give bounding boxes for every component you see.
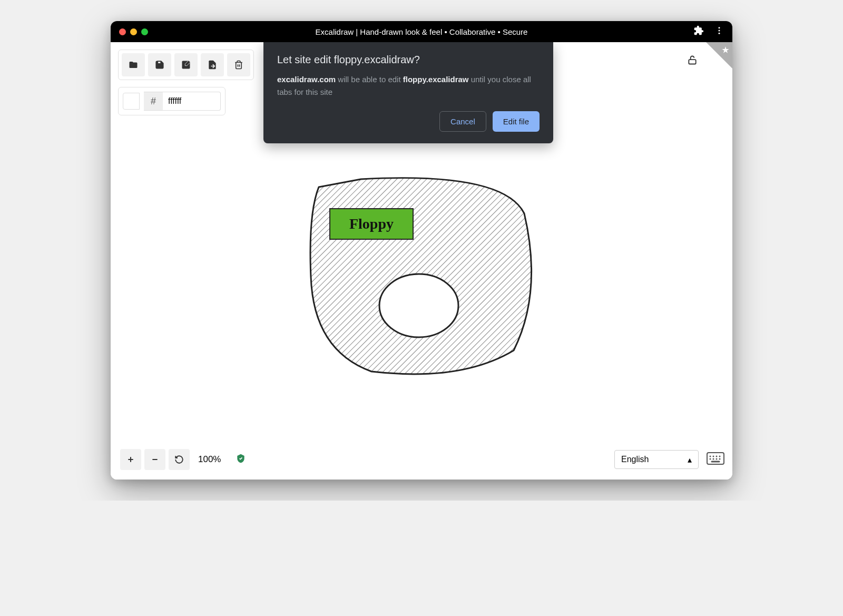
window-title: Excalidraw | Hand-drawn look & feel • Co… <box>316 27 528 36</box>
dialog-domain: excalidraw.com <box>277 75 336 84</box>
color-swatch[interactable] <box>123 93 140 110</box>
edit-file-button[interactable]: Edit file <box>493 111 540 132</box>
zoom-out-button[interactable] <box>144 449 165 470</box>
svg-rect-7 <box>707 453 724 464</box>
export-button[interactable] <box>201 53 224 76</box>
close-window-button[interactable] <box>119 28 126 35</box>
zoom-in-button[interactable] <box>120 449 141 470</box>
zoom-controls: 100% <box>118 447 228 472</box>
language-select[interactable]: English ▴ <box>614 450 699 469</box>
svg-point-6 <box>379 274 458 337</box>
keyboard-icon[interactable] <box>706 452 725 467</box>
save-button[interactable] <box>148 53 171 76</box>
hash-label: # <box>144 92 163 111</box>
extensions-icon[interactable] <box>693 25 704 38</box>
delete-button[interactable] <box>227 53 250 76</box>
shield-icon[interactable] <box>236 453 246 466</box>
svg-rect-4 <box>158 61 161 64</box>
floppy-label: Floppy <box>329 208 414 240</box>
open-button[interactable] <box>122 53 145 76</box>
svg-rect-3 <box>689 60 695 64</box>
chevron-up-icon: ▴ <box>688 455 692 465</box>
permission-dialog: Let site edit floppy.excalidraw? excalid… <box>263 42 553 143</box>
zoom-reset-button[interactable] <box>169 449 190 470</box>
lock-unlock-icon[interactable] <box>687 55 698 67</box>
svg-point-1 <box>719 30 720 32</box>
minimize-window-button[interactable] <box>130 28 137 35</box>
color-panel: # <box>118 87 226 115</box>
dialog-title: Let site edit floppy.excalidraw? <box>277 54 540 66</box>
titlebar: Excalidraw | Hand-drawn look & feel • Co… <box>111 21 732 42</box>
window-controls <box>119 28 148 35</box>
app-content: # Let site edit floppy.excalidraw? excal… <box>111 42 732 480</box>
corner-fold-icon[interactable] <box>706 42 732 69</box>
zoom-level[interactable]: 100% <box>193 454 226 465</box>
color-hex-input[interactable] <box>163 92 221 111</box>
svg-point-0 <box>719 27 720 28</box>
menu-icon[interactable] <box>714 26 724 37</box>
browser-window: Excalidraw | Hand-drawn look & feel • Co… <box>111 21 732 480</box>
svg-point-2 <box>719 33 720 34</box>
dialog-body: excalidraw.com will be able to edit flop… <box>277 73 540 99</box>
floppy-drawing: Floppy <box>303 171 540 382</box>
language-value: English <box>621 455 649 464</box>
bottom-bar: 100% English ▴ <box>118 447 725 472</box>
save-as-button[interactable] <box>174 53 198 76</box>
cancel-button[interactable]: Cancel <box>439 111 486 132</box>
main-toolbar <box>118 50 254 80</box>
maximize-window-button[interactable] <box>141 28 148 35</box>
dialog-filename: floppy.excalidraw <box>403 75 469 84</box>
